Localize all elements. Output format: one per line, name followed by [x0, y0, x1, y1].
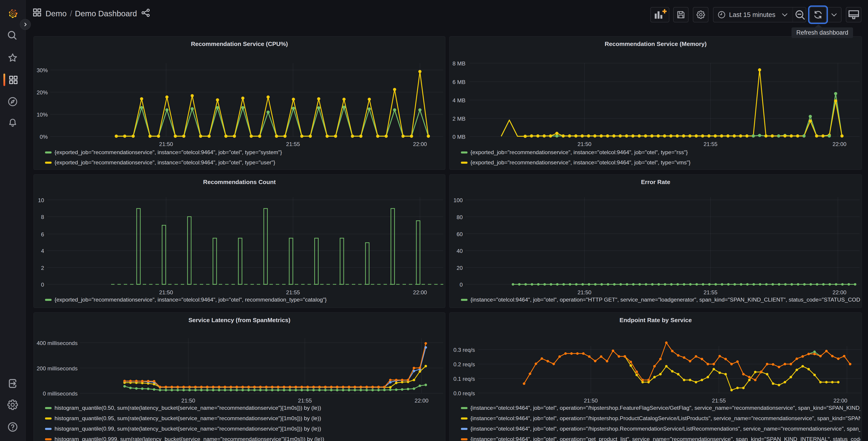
svg-text:0 MB: 0 MB: [453, 134, 465, 140]
svg-text:400 milliseconds: 400 milliseconds: [37, 340, 78, 346]
svg-text:21:55: 21:55: [286, 141, 300, 147]
svg-text:22:00: 22:00: [833, 289, 846, 295]
svg-text:10%: 10%: [37, 112, 48, 118]
svg-text:4 MB: 4 MB: [453, 97, 465, 104]
svg-text:21:50: 21:50: [584, 398, 598, 404]
svg-text:4: 4: [41, 248, 44, 254]
svg-text:2 MB: 2 MB: [453, 116, 465, 122]
svg-text:21:50: 21:50: [181, 398, 195, 404]
svg-text:30%: 30%: [37, 67, 48, 74]
svg-text:2: 2: [41, 265, 44, 271]
svg-text:0 milliseconds: 0 milliseconds: [43, 390, 78, 396]
svg-text:22:00: 22:00: [414, 398, 428, 404]
svg-text:0.2 req/s: 0.2 req/s: [454, 361, 475, 368]
svg-text:8: 8: [41, 214, 44, 220]
svg-text:0: 0: [41, 282, 44, 288]
svg-text:0%: 0%: [40, 134, 48, 140]
svg-text:22:00: 22:00: [833, 141, 846, 147]
svg-text:21:55: 21:55: [286, 289, 300, 295]
svg-text:21:50: 21:50: [578, 289, 591, 295]
svg-text:21:50: 21:50: [159, 141, 173, 147]
svg-text:21:50: 21:50: [159, 289, 173, 295]
svg-text:22:00: 22:00: [413, 289, 427, 295]
svg-text:21:55: 21:55: [712, 398, 726, 404]
svg-text:60: 60: [457, 231, 463, 237]
svg-text:8 MB: 8 MB: [453, 60, 465, 66]
svg-text:21:55: 21:55: [298, 398, 312, 404]
svg-text:20: 20: [457, 265, 463, 271]
svg-text:21:55: 21:55: [704, 289, 717, 295]
svg-text:22:00: 22:00: [413, 141, 427, 147]
svg-text:0: 0: [460, 282, 463, 288]
svg-text:10: 10: [38, 197, 44, 203]
svg-text:40: 40: [457, 248, 463, 254]
svg-text:200 milliseconds: 200 milliseconds: [37, 365, 78, 372]
svg-text:0.0 req/s: 0.0 req/s: [454, 390, 475, 396]
svg-text:6 MB: 6 MB: [453, 79, 465, 85]
svg-text:22:00: 22:00: [833, 398, 847, 404]
svg-text:20%: 20%: [37, 89, 48, 95]
svg-text:21:50: 21:50: [578, 141, 591, 147]
svg-text:0.1 req/s: 0.1 req/s: [454, 376, 475, 382]
svg-text:0.3 req/s: 0.3 req/s: [454, 347, 475, 353]
svg-text:21:55: 21:55: [704, 141, 717, 147]
svg-text:100: 100: [454, 197, 463, 203]
svg-text:80: 80: [457, 214, 463, 220]
svg-text:6: 6: [41, 231, 44, 237]
